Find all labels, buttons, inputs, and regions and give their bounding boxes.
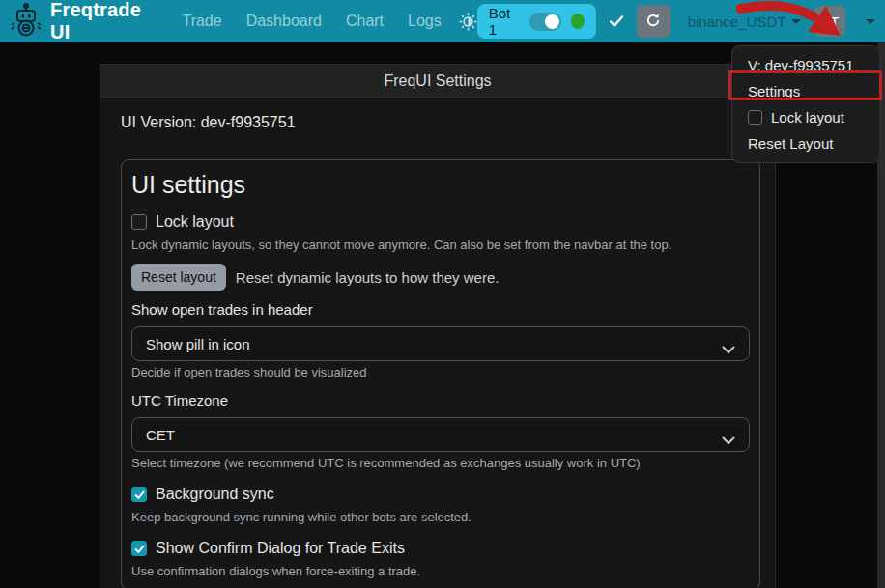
open-trades-selected-value: Show pill in icon	[146, 336, 250, 352]
timezone-select[interactable]: CET	[131, 417, 750, 452]
settings-card-body: UI Version: dev-f9935751 UI settings Loc…	[100, 98, 775, 588]
page-title: FreqUI Settings	[384, 72, 491, 90]
menu-item-settings[interactable]: Settings	[732, 78, 879, 104]
confirm-dialog-label[interactable]: Show Confirm Dialog for Trade Exits	[156, 540, 405, 557]
settings-card: FreqUI Settings UI Version: dev-f9935751…	[100, 64, 776, 588]
user-menu-button[interactable]: FT	[814, 6, 845, 37]
check-icon	[610, 15, 623, 27]
bot-name: Bot 1	[489, 5, 520, 38]
open-trades-select[interactable]: Show pill in icon	[131, 326, 750, 361]
chevron-down-icon	[722, 432, 735, 448]
theme-toggle-icon[interactable]	[459, 13, 477, 31]
refresh-button[interactable]	[637, 5, 670, 38]
exchange-name: binance_USDT	[688, 14, 786, 30]
section-title: UI settings	[131, 170, 750, 199]
menu-item-reset-layout[interactable]: Reset Layout	[732, 130, 879, 156]
timezone-selected-value: CET	[146, 427, 175, 443]
reset-layout-help: Reset dynamic layouts to how they were.	[236, 269, 500, 286]
nav-link-dashboard[interactable]: Dashboard	[246, 13, 322, 30]
ui-version-text: UI Version: dev-f9935751	[121, 113, 755, 132]
background-sync-help: Keep background sync running while other…	[131, 510, 750, 525]
background-sync-row: Background sync	[131, 485, 750, 504]
timezone-help: Select timezone (we recommend UTC is rec…	[131, 456, 750, 471]
settings-card-header: FreqUI Settings	[100, 65, 775, 98]
nav-link-trade[interactable]: Trade	[182, 13, 221, 30]
timezone-label: UTC Timezone	[131, 392, 750, 409]
freqtrade-robot-logo-icon	[10, 2, 43, 41]
brand[interactable]: Freqtrade UI	[10, 0, 158, 43]
chevron-down-icon	[791, 19, 801, 24]
user-initials: FT	[821, 14, 839, 30]
user-dropdown-menu: V: dev-f9935751 Settings Lock layout Res…	[731, 45, 880, 163]
menu-item-version[interactable]: V: dev-f9935751	[732, 52, 879, 78]
background-sync-checkbox[interactable]	[131, 487, 147, 502]
app-title: Freqtrade UI	[50, 0, 158, 43]
reset-layout-button[interactable]: Reset layout	[131, 264, 226, 291]
confirm-dialog-checkbox[interactable]	[131, 541, 147, 556]
nav-links: Trade Dashboard Chart Logs	[182, 13, 441, 30]
exchange-dropdown[interactable]: binance_USDT	[688, 14, 802, 30]
navbar: Freqtrade UI Trade Dashboard Chart Logs …	[0, 0, 885, 42]
menu-item-lock-layout[interactable]: Lock layout	[732, 104, 879, 130]
lock-layout-help: Lock dynamic layouts, so they cannot mov…	[131, 238, 750, 253]
lock-layout-menu-label: Lock layout	[771, 108, 844, 126]
nav-link-chart[interactable]: Chart	[346, 13, 384, 30]
background-sync-label[interactable]: Background sync	[156, 486, 274, 503]
refresh-icon	[645, 13, 661, 31]
lock-layout-label[interactable]: Lock layout	[156, 213, 234, 231]
nav-link-logs[interactable]: Logs	[408, 13, 442, 30]
confirm-dialog-help: Use confirmation dialogs when force-exit…	[131, 564, 750, 579]
open-trades-help: Decide if open trades should be visualiz…	[131, 365, 750, 380]
lock-layout-row: Lock layout	[131, 212, 750, 232]
lock-layout-checkbox[interactable]	[131, 214, 147, 230]
bot-enable-toggle[interactable]	[529, 13, 561, 31]
open-trades-label: Show open trades in header	[131, 301, 750, 319]
bot-selector-pill[interactable]: Bot 1	[477, 4, 597, 39]
bot-online-status-dot	[571, 14, 585, 29]
lock-layout-menu-checkbox[interactable]	[748, 110, 762, 125]
chevron-down-icon	[722, 341, 735, 357]
confirm-dialog-row: Show Confirm Dialog for Trade Exits	[131, 539, 750, 558]
reset-layout-row: Reset layout Reset dynamic layouts to ho…	[131, 263, 750, 292]
ui-settings-section: UI settings Lock layout Lock dynamic lay…	[121, 159, 760, 588]
user-menu-caret-icon	[866, 19, 875, 24]
navbar-right: Bot 1 binance_USDT FT	[477, 4, 875, 39]
